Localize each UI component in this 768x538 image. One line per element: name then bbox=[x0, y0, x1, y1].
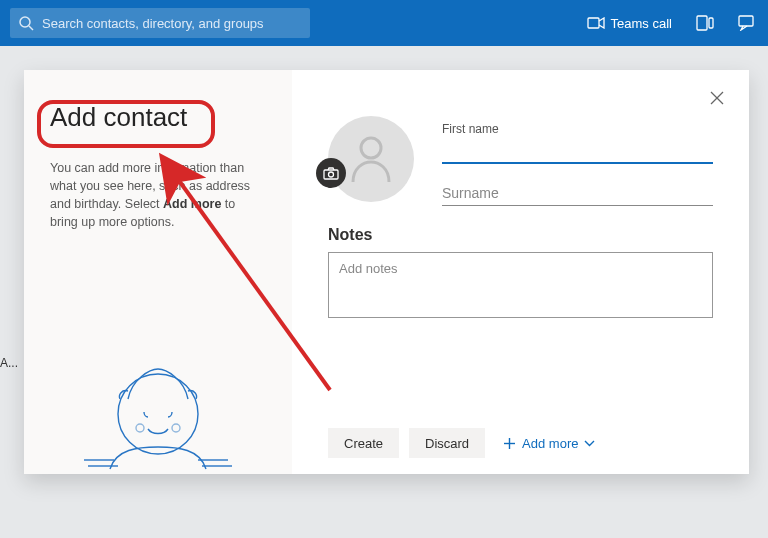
search-icon bbox=[18, 15, 34, 31]
avatar-area bbox=[328, 116, 414, 202]
avatar-placeholder bbox=[328, 116, 414, 202]
first-name-label: First name bbox=[442, 122, 713, 136]
modal-info-panel: Add contact You can add more information… bbox=[24, 70, 292, 474]
modal-description: You can add more information than what y… bbox=[50, 159, 266, 232]
svg-line-1 bbox=[29, 26, 33, 30]
discard-button[interactable]: Discard bbox=[409, 428, 485, 458]
svg-point-15 bbox=[361, 138, 381, 158]
add-more-button[interactable]: Add more bbox=[503, 436, 595, 451]
meet-now-button[interactable] bbox=[684, 0, 726, 46]
notes-textarea[interactable] bbox=[328, 252, 713, 318]
close-icon bbox=[710, 91, 724, 105]
svg-rect-2 bbox=[588, 18, 599, 28]
first-name-input[interactable] bbox=[442, 142, 713, 164]
svg-point-7 bbox=[136, 424, 144, 432]
notes-heading: Notes bbox=[328, 226, 713, 244]
svg-rect-4 bbox=[709, 18, 713, 28]
people-panel-icon bbox=[696, 15, 714, 31]
upload-photo-button[interactable] bbox=[316, 158, 346, 188]
person-illustration bbox=[24, 354, 292, 474]
close-button[interactable] bbox=[707, 88, 727, 108]
modal-actions: Create Discard Add more bbox=[328, 418, 713, 458]
sidebar-truncated-text: A... bbox=[0, 356, 18, 370]
add-contact-modal: Add contact You can add more information… bbox=[24, 70, 749, 474]
feedback-button[interactable] bbox=[726, 0, 768, 46]
search-placeholder: Search contacts, directory, and groups bbox=[42, 16, 264, 31]
plus-icon bbox=[503, 437, 516, 450]
svg-rect-3 bbox=[697, 16, 707, 30]
chevron-down-icon bbox=[584, 440, 595, 447]
video-icon bbox=[587, 17, 605, 29]
svg-point-6 bbox=[118, 374, 198, 454]
person-icon bbox=[349, 134, 393, 184]
modal-form-panel: First name Notes Create Discard Add more bbox=[292, 70, 749, 474]
surname-input[interactable] bbox=[442, 180, 713, 206]
app-topbar: Search contacts, directory, and groups T… bbox=[0, 0, 768, 46]
svg-rect-5 bbox=[739, 16, 753, 26]
svg-point-8 bbox=[172, 424, 180, 432]
svg-point-0 bbox=[20, 17, 30, 27]
feedback-icon bbox=[738, 15, 756, 31]
modal-title: Add contact bbox=[50, 102, 266, 133]
camera-icon bbox=[323, 167, 339, 180]
search-input[interactable]: Search contacts, directory, and groups bbox=[10, 8, 310, 38]
svg-point-17 bbox=[329, 172, 334, 177]
create-button[interactable]: Create bbox=[328, 428, 399, 458]
teams-call-button[interactable]: Teams call bbox=[575, 0, 684, 46]
